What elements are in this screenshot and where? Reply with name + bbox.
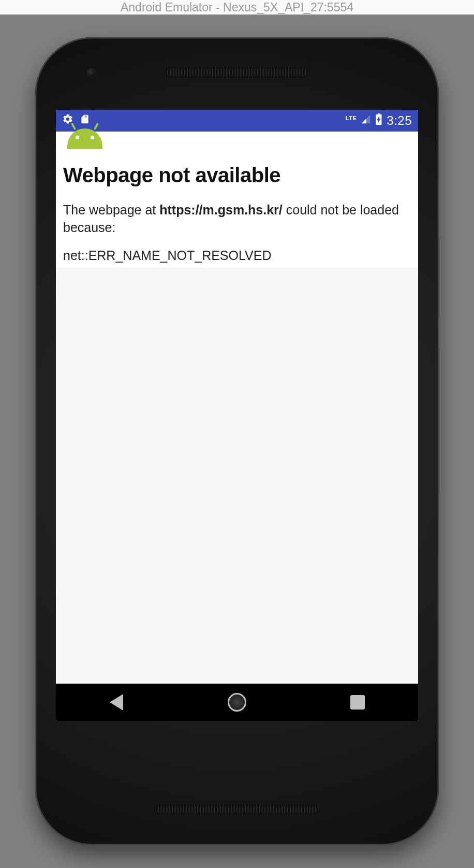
emulator-background: LTE 3:25 Webpage not available: [0, 15, 474, 868]
android-navigation-bar: [56, 684, 418, 721]
device-screen: LTE 3:25 Webpage not available: [56, 110, 418, 721]
sd-card-icon: [80, 113, 90, 128]
home-circle-icon: [228, 693, 246, 712]
error-url: https://m.gsm.hs.kr/: [159, 202, 283, 217]
earpiece-speaker: [165, 67, 309, 78]
error-message: The webpage at https://m.gsm.hs.kr/ coul…: [63, 201, 411, 237]
webview-error-content: Webpage not available The webpage at htt…: [56, 152, 418, 278]
nav-back-button[interactable]: [85, 687, 147, 718]
side-button-bottom: [438, 348, 441, 493]
emulator-window-title: Android Emulator - Nexus_5X_API_27:5554: [0, 0, 474, 15]
recents-square-icon: [350, 695, 365, 710]
back-triangle-icon: [110, 694, 123, 711]
error-code: net::ERR_NAME_NOT_RESOLVED: [63, 248, 411, 263]
bottom-speaker: [154, 805, 320, 814]
battery-charging-icon: [375, 113, 382, 128]
android-status-bar[interactable]: LTE 3:25: [56, 110, 418, 132]
front-camera: [87, 68, 96, 78]
status-bar-right: LTE 3:25: [346, 113, 412, 128]
status-bar-left: [62, 113, 90, 128]
empty-content-area: [56, 268, 418, 684]
phone-frame: LTE 3:25 Webpage not available: [35, 37, 439, 845]
nav-home-button[interactable]: [206, 687, 268, 718]
cellular-signal-icon: [361, 114, 371, 127]
nav-recents-button[interactable]: [327, 687, 389, 718]
side-button-top: [438, 239, 441, 317]
network-type-label: LTE: [346, 115, 357, 121]
android-error-icon: [56, 132, 418, 152]
error-title: Webpage not available: [63, 164, 411, 187]
error-message-prefix: The webpage at: [63, 202, 159, 217]
status-bar-clock: 3:25: [387, 113, 412, 128]
